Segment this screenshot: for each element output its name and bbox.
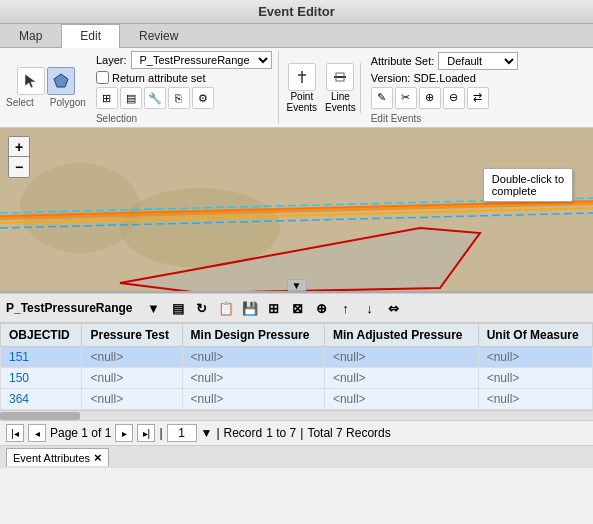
title-text: Event Editor — [258, 4, 335, 19]
zoom-out-button[interactable]: − — [9, 157, 29, 177]
map-svg: ↖ — [0, 128, 593, 291]
event-attr-tab-item[interactable]: Event Attributes × — [6, 448, 109, 466]
svg-marker-0 — [25, 74, 36, 88]
table-cell[interactable]: <null> — [324, 389, 478, 410]
toolbar: Select Polygon Layer: P_TestPressureRang… — [0, 48, 593, 128]
event-attr-tab-bar: Event Attributes × — [0, 445, 593, 468]
svg-marker-1 — [54, 74, 68, 87]
version-label: Version: SDE.Loaded — [371, 72, 519, 84]
zoom-sel-btn[interactable]: ⊕ — [311, 297, 333, 319]
return-attr-label: Return attribute set — [112, 72, 206, 84]
table-cell[interactable]: 364 — [1, 389, 82, 410]
table-row[interactable]: 364<null><null><null><null> — [1, 389, 593, 410]
table-view-btn[interactable]: ▤ — [167, 297, 189, 319]
layer-dropdown[interactable]: P_TestPressureRange — [131, 51, 272, 69]
selection-label: Selection — [96, 113, 272, 124]
move-down-btn[interactable]: ↓ — [359, 297, 381, 319]
event-attr-close-icon[interactable]: × — [94, 450, 102, 465]
table-cell[interactable]: <null> — [478, 368, 592, 389]
table-row[interactable]: 150<null><null><null><null> — [1, 368, 593, 389]
edit-ev3[interactable]: ⊕ — [419, 87, 441, 109]
table-cell[interactable]: <null> — [324, 368, 478, 389]
next-page-btn[interactable]: ▸ — [115, 424, 133, 442]
layer-label: Layer: — [96, 54, 127, 66]
edit-ev2[interactable]: ✂ — [395, 87, 417, 109]
total-records: Total 7 Records — [307, 426, 390, 440]
copy-icon[interactable]: ⎘ — [168, 87, 190, 109]
selection-group: Select Polygon — [6, 67, 86, 108]
last-page-btn[interactable]: ▸| — [137, 424, 155, 442]
return-attr-checkbox[interactable] — [96, 71, 109, 84]
polygon-label: Polygon — [50, 97, 86, 108]
page-input-dropdown[interactable]: ▼ — [201, 426, 213, 440]
save-btn[interactable]: 💾 — [239, 297, 261, 319]
expand-btn[interactable]: ⇔ — [383, 297, 405, 319]
edit-events-label: Edit Events — [371, 113, 519, 124]
attr-set-dropdown[interactable]: Default — [438, 52, 518, 70]
zoom-controls: + − — [8, 136, 30, 178]
tab-edit[interactable]: Edit — [61, 24, 120, 48]
table-cell[interactable]: <null> — [478, 347, 592, 368]
tooltip-box: Double-click tocomplete — [483, 168, 573, 202]
move-up-btn[interactable]: ↑ — [335, 297, 357, 319]
col-objectid: OBJECTID — [1, 324, 82, 347]
table-cell[interactable]: <null> — [182, 389, 324, 410]
filter-icon[interactable]: ⊞ — [96, 87, 118, 109]
tab-bar: Map Edit Review — [0, 24, 593, 48]
table-row[interactable]: 151<null><null><null><null> — [1, 347, 593, 368]
table-cell[interactable]: <null> — [82, 389, 182, 410]
tab-review[interactable]: Review — [120, 24, 197, 47]
filter-panel-btn[interactable]: ▼ — [143, 297, 165, 319]
layer-row: Layer: P_TestPressureRange — [96, 51, 272, 69]
line-events-label: LineEvents — [325, 91, 356, 113]
record-sep: | — [216, 426, 219, 440]
table-cell[interactable]: <null> — [182, 368, 324, 389]
table-cell[interactable]: <null> — [182, 347, 324, 368]
point-events-button[interactable] — [288, 63, 316, 91]
select-button[interactable] — [17, 67, 45, 95]
select-label: Select — [6, 97, 34, 108]
page-input[interactable] — [167, 424, 197, 442]
table-cell[interactable]: <null> — [82, 347, 182, 368]
col-pressure-test: Pressure Test — [82, 324, 182, 347]
table-cell[interactable]: <null> — [324, 347, 478, 368]
clipboard-btn[interactable]: 📋 — [215, 297, 237, 319]
zoom-in-button[interactable]: + — [9, 137, 29, 157]
table-cell[interactable]: <null> — [478, 389, 592, 410]
polygon-button[interactable] — [47, 67, 75, 95]
prev-page-btn[interactable]: ◂ — [28, 424, 46, 442]
horizontal-scrollbar[interactable] — [0, 410, 593, 420]
table-cell[interactable]: 151 — [1, 347, 82, 368]
select-all-btn[interactable]: ⊠ — [287, 297, 309, 319]
pagination-bar: |◂ ◂ Page 1 of 1 ▸ ▸| | ▼ | Record 1 to … — [0, 420, 593, 445]
attr-set-row: Attribute Set: Default — [371, 52, 519, 70]
record-range: 1 to 7 — [266, 426, 296, 440]
table-cell[interactable]: 150 — [1, 368, 82, 389]
svg-point-8 — [120, 188, 280, 268]
edit-ev4[interactable]: ⊖ — [443, 87, 465, 109]
line-events-button[interactable] — [326, 63, 354, 91]
bottom-panel: P_TestPressureRange ▼ ▤ ↻ 📋 💾 ⊞ ⊠ ⊕ ↑ ↓ … — [0, 293, 593, 445]
table-header-row: OBJECTID Pressure Test Min Design Pressu… — [1, 324, 593, 347]
edit-ev1[interactable]: ✎ — [371, 87, 393, 109]
edit-ev5[interactable]: ⇄ — [467, 87, 489, 109]
settings-icon[interactable]: ⚙ — [192, 87, 214, 109]
map-area[interactable]: ↖ + − ▼ Double-click tocomplete — [0, 128, 593, 293]
scrollbar-thumb[interactable] — [0, 412, 80, 420]
page-label: Page 1 of 1 — [50, 426, 111, 440]
grid-btn[interactable]: ⊞ — [263, 297, 285, 319]
tab-map[interactable]: Map — [0, 24, 61, 47]
col-unit-of-measure: Unit Of Measure — [478, 324, 592, 347]
first-page-btn[interactable]: |◂ — [6, 424, 24, 442]
tooltip-text: Double-click tocomplete — [492, 173, 564, 197]
col-min-design: Min Design Pressure — [182, 324, 324, 347]
attr-icon[interactable]: 🔧 — [144, 87, 166, 109]
table-container: OBJECTID Pressure Test Min Design Pressu… — [0, 323, 593, 410]
col-min-adjusted: Min Adjusted Pressure — [324, 324, 478, 347]
record-label: Record — [224, 426, 263, 440]
table-icon[interactable]: ▤ — [120, 87, 142, 109]
title-bar: Event Editor — [0, 0, 593, 24]
table-cell[interactable]: <null> — [82, 368, 182, 389]
map-scroll-handle[interactable]: ▼ — [287, 279, 307, 291]
refresh-btn[interactable]: ↻ — [191, 297, 213, 319]
